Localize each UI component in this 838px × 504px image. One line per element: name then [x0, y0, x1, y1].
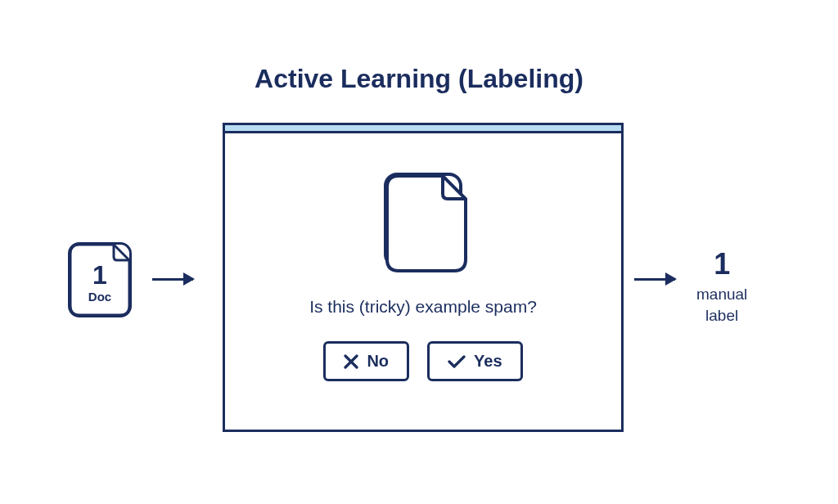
- input-doc-count: 1: [92, 262, 107, 288]
- yes-button[interactable]: Yes: [427, 341, 522, 381]
- output-label-line2: label: [696, 305, 747, 326]
- no-button-label: No: [367, 352, 389, 371]
- arrow-right-icon: [634, 278, 675, 281]
- labeling-panel: Is this (tricky) example spam? No: [223, 123, 624, 432]
- check-icon: [448, 354, 466, 369]
- output-count: 1: [696, 250, 747, 279]
- diagram-container: 1 Doc Is this (tricky) example spam?: [0, 123, 838, 434]
- output-block: 1 manual label: [696, 250, 747, 326]
- document-large-icon: [384, 173, 462, 268]
- output-label-line1: manual: [696, 284, 747, 305]
- no-button[interactable]: No: [323, 341, 409, 381]
- yes-button-label: Yes: [474, 352, 502, 371]
- input-doc-box: 1 Doc: [68, 242, 132, 317]
- panel-question: Is this (tricky) example spam?: [309, 297, 537, 317]
- input-doc-label: Doc: [88, 290, 111, 304]
- x-icon: [344, 354, 358, 369]
- panel-header-bar: [225, 125, 621, 133]
- arrow-right-icon: [152, 278, 193, 281]
- diagram-title: Active Learning (Labeling): [255, 64, 583, 94]
- button-row: No Yes: [323, 341, 522, 381]
- output-label: manual label: [696, 284, 747, 326]
- panel-content: Is this (tricky) example spam? No: [225, 133, 621, 430]
